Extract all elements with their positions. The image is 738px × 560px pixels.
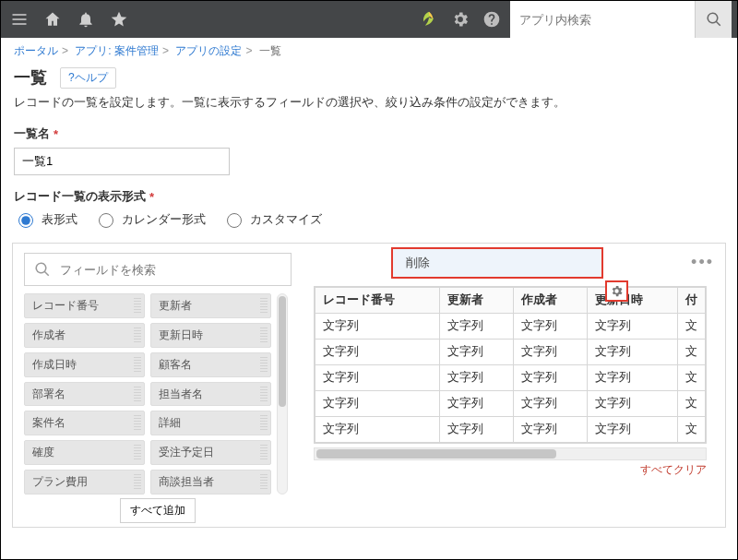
field-search-input[interactable]	[58, 262, 281, 278]
preview-cell: 文字列	[315, 340, 440, 365]
page-title: 一覧	[14, 66, 47, 89]
field-item[interactable]: 部署名	[24, 382, 145, 407]
list-name-input[interactable]	[14, 148, 230, 175]
crumb-portal[interactable]: ポータル	[14, 44, 58, 57]
global-search-input[interactable]	[510, 1, 695, 38]
radio-calendar[interactable]: カレンダー形式	[94, 210, 206, 228]
global-search	[510, 1, 732, 38]
field-item[interactable]: 顧客名	[150, 352, 271, 377]
help-icon[interactable]	[482, 10, 501, 29]
top-toolbar	[1, 1, 737, 38]
field-item[interactable]: 作成日時	[24, 352, 145, 377]
field-item[interactable]: 確度	[24, 440, 145, 465]
help-link[interactable]: ?ヘルプ	[60, 67, 116, 89]
field-item[interactable]: プラン費用	[24, 470, 145, 494]
table-row: 文字列文字列文字列文字列文	[315, 365, 706, 391]
gear-icon[interactable]	[451, 10, 470, 29]
radio-custom[interactable]: カスタマイズ	[222, 210, 322, 228]
preview-cell: 文字列	[514, 391, 588, 417]
preview-h-scrollbar[interactable]	[314, 447, 707, 460]
field-list-scrollbar[interactable]	[277, 293, 288, 494]
required-mark: *	[54, 127, 58, 141]
preview-cell: 文字列	[587, 365, 677, 391]
field-item[interactable]: 詳細	[150, 411, 271, 435]
preview-cell: 文	[678, 340, 706, 365]
column-menu-popup: 削除	[391, 247, 603, 279]
field-item[interactable]: 作成者	[24, 323, 145, 348]
preview-col-header[interactable]: レコード番号	[315, 288, 440, 314]
field-item[interactable]: 更新者	[150, 293, 271, 318]
preview-cell: 文字列	[315, 417, 440, 443]
preview-cell: 文字列	[514, 365, 588, 391]
preview-cell: 文字列	[514, 314, 588, 340]
preview-cell: 文	[678, 391, 706, 417]
hamburger-icon[interactable]	[10, 10, 29, 29]
required-mark: *	[149, 190, 154, 204]
preview-col-header[interactable]: 作成者	[514, 288, 588, 314]
preview-cell: 文字列	[440, 417, 514, 443]
table-row: 文字列文字列文字列文字列文	[315, 314, 706, 340]
preview-cell: 文字列	[587, 340, 677, 365]
preview-cell: 文字列	[315, 314, 440, 340]
preview-cell: 文	[678, 365, 706, 391]
radio-custom-label: カスタマイズ	[250, 211, 322, 228]
field-item[interactable]: レコード番号	[24, 293, 145, 318]
clear-all-link[interactable]: すべてクリア	[640, 463, 707, 476]
preview-cell: 文字列	[315, 365, 440, 391]
crumb-app[interactable]: アプリ: 案件管理	[75, 44, 159, 57]
preview-cell: 文	[678, 314, 706, 340]
table-row: 文字列文字列文字列文字列文	[315, 417, 706, 443]
search-icon	[34, 261, 51, 278]
preview-col-header[interactable]: 更新者	[440, 288, 514, 314]
star-icon[interactable]	[110, 10, 128, 29]
table-row: 文字列文字列文字列文字列文	[315, 391, 706, 417]
table-row: 文字列文字列文字列文字列文	[315, 340, 706, 365]
column-gear-icon[interactable]	[605, 280, 628, 302]
preview-cell: 文字列	[587, 417, 677, 443]
crumb-current: 一覧	[259, 44, 281, 57]
add-all-button[interactable]: すべて追加	[120, 498, 196, 523]
radio-table[interactable]: 表形式	[14, 210, 77, 228]
preview-cell: 文字列	[514, 417, 588, 443]
radio-table-label: 表形式	[42, 211, 77, 228]
preview-col-header[interactable]: 更新日時	[587, 288, 677, 314]
preview-cell: 文字列	[315, 391, 440, 417]
breadcrumb: ポータル> アプリ: 案件管理> アプリの設定> 一覧	[1, 38, 737, 63]
delete-menu-item[interactable]: 削除	[393, 249, 601, 277]
preview-table: レコード番号更新者作成者更新日時付 文字列文字列文字列文字列文文字列文字列文字列…	[315, 287, 706, 443]
field-item[interactable]: 担当者名	[150, 382, 271, 407]
preview-col-header[interactable]: 付	[678, 288, 706, 314]
display-type-label: レコード一覧の表示形式	[14, 188, 146, 205]
preview-cell: 文字列	[440, 365, 514, 391]
preview-cell: 文字列	[440, 340, 514, 365]
field-item[interactable]: 商談担当者	[150, 470, 271, 494]
radio-calendar-label: カレンダー形式	[122, 211, 206, 228]
preview-cell: 文字列	[587, 391, 677, 417]
list-name-label: 一覧名	[14, 125, 50, 142]
bell-icon[interactable]	[77, 10, 95, 29]
field-item[interactable]: 受注予定日	[150, 440, 271, 465]
preview-cell: 文字列	[587, 314, 677, 340]
builder-panel: ••• レコード番号作成者作成日時部署名案件名確度プラン費用 更新者更新日時顧客…	[12, 243, 726, 528]
page-description: レコードの一覧を設定します。一覧に表示するフィールドの選択や、絞り込み条件の設定…	[1, 94, 737, 122]
global-search-button[interactable]	[695, 1, 732, 38]
preview-cell: 文字列	[440, 391, 514, 417]
field-search	[24, 253, 292, 286]
preview-cell: 文字列	[440, 314, 514, 340]
preview-cell: 文字列	[514, 340, 588, 365]
crumb-settings[interactable]: アプリの設定	[175, 44, 242, 57]
home-icon[interactable]	[43, 10, 62, 29]
field-item[interactable]: 案件名	[24, 411, 145, 435]
preview-cell: 文	[678, 417, 706, 443]
leaf-icon	[420, 10, 438, 29]
field-item[interactable]: 更新日時	[150, 323, 271, 348]
